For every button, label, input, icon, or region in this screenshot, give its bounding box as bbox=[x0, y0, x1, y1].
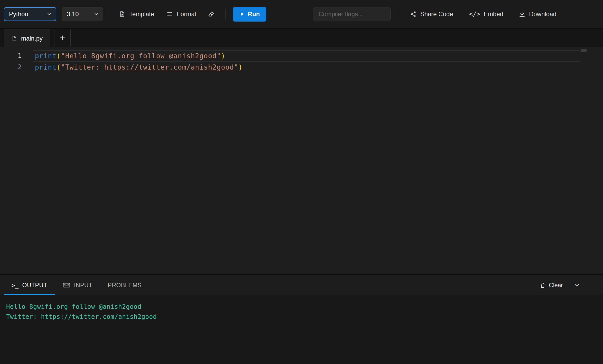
download-button[interactable]: Download bbox=[519, 11, 557, 18]
chevron-down-icon bbox=[46, 11, 52, 17]
tab-output[interactable]: >_ OUTPUT bbox=[4, 275, 55, 295]
code-line[interactable]: 2print("Twitter: https://twitter.com/ani… bbox=[0, 62, 603, 73]
code-lines: 1print("Hello 8gwifi.org follow @anish2g… bbox=[0, 50, 603, 73]
code-token: " bbox=[234, 63, 238, 71]
download-button-label: Download bbox=[529, 11, 557, 18]
download-icon bbox=[519, 11, 525, 17]
code-token: https://twitter.com/anish2good bbox=[104, 63, 234, 71]
plus-icon: + bbox=[60, 33, 65, 43]
new-tab-button[interactable]: + bbox=[54, 30, 71, 46]
code-token: ( bbox=[56, 63, 61, 71]
share-code-button[interactable]: Share Code bbox=[410, 11, 453, 18]
output-line: Twitter: https://twitter.com/anish2good bbox=[6, 312, 603, 322]
chevron-down-icon bbox=[93, 11, 99, 17]
play-icon bbox=[240, 12, 245, 17]
line-number: 2 bbox=[0, 62, 22, 73]
clear-output-label: Clear bbox=[549, 282, 563, 289]
code-token: "Twitter: bbox=[61, 63, 104, 71]
format-lines-icon bbox=[166, 11, 173, 17]
bottom-panel-header: >_ OUTPUT INPUT PROBLEMS Clear bbox=[0, 274, 603, 295]
code-token: print bbox=[35, 52, 56, 60]
output-lines: Hello 8gwifi.org follow @anish2goodTwitt… bbox=[6, 302, 603, 322]
code-line-text: print("Hello 8gwifi.org follow @anish2go… bbox=[33, 50, 580, 62]
line-number: 1 bbox=[0, 50, 22, 62]
collapse-panel-button[interactable] bbox=[573, 275, 580, 295]
run-button[interactable]: Run bbox=[233, 7, 266, 22]
tab-input-label: INPUT bbox=[74, 282, 92, 289]
editor-scrollbar-thumb[interactable] bbox=[581, 49, 587, 52]
eraser-icon bbox=[208, 11, 215, 18]
version-select[interactable]: 3.10 bbox=[62, 7, 103, 21]
language-select-value: Python bbox=[9, 11, 28, 18]
code-token: ( bbox=[56, 52, 61, 60]
template-button-label: Template bbox=[129, 11, 154, 18]
language-select[interactable]: Python bbox=[4, 7, 56, 21]
clear-output-button[interactable]: Clear bbox=[540, 275, 563, 295]
toolbar: Python 3.10 Template Format Run Share Co… bbox=[0, 0, 603, 29]
tab-problems[interactable]: PROBLEMS bbox=[100, 275, 149, 295]
template-file-icon bbox=[119, 11, 126, 17]
output-console: Hello 8gwifi.org follow @anish2goodTwitt… bbox=[0, 295, 603, 364]
code-token: ) bbox=[238, 63, 243, 71]
clear-editor-button[interactable] bbox=[208, 11, 215, 18]
tab-input[interactable]: INPUT bbox=[55, 275, 100, 295]
embed-button[interactable]: </> Embed bbox=[469, 11, 503, 18]
share-code-label: Share Code bbox=[420, 11, 453, 18]
code-line-text: print("Twitter: https://twitter.com/anis… bbox=[33, 62, 580, 73]
code-editor[interactable]: 1print("Hello 8gwifi.org follow @anish2g… bbox=[0, 47, 603, 274]
file-icon bbox=[11, 35, 17, 42]
compiler-flags-input[interactable] bbox=[313, 7, 391, 21]
code-brackets-icon: </> bbox=[469, 11, 480, 18]
tab-output-label: OUTPUT bbox=[22, 282, 48, 289]
editor-tabbar: main.py + bbox=[0, 29, 603, 47]
code-token: print bbox=[35, 63, 56, 71]
tab-main-py[interactable]: main.py bbox=[4, 30, 50, 47]
tab-label: main.py bbox=[21, 35, 43, 42]
embed-button-label: Embed bbox=[484, 11, 503, 18]
output-line: Hello 8gwifi.org follow @anish2good bbox=[6, 302, 603, 312]
version-select-value: 3.10 bbox=[67, 11, 79, 18]
share-icon bbox=[410, 11, 417, 17]
code-line[interactable]: 1print("Hello 8gwifi.org follow @anish2g… bbox=[0, 50, 603, 62]
toolbar-divider bbox=[400, 9, 400, 20]
template-button[interactable]: Template bbox=[119, 11, 154, 18]
code-token: ) bbox=[221, 52, 225, 60]
toolbar-divider bbox=[225, 9, 226, 20]
format-button-label: Format bbox=[177, 11, 196, 18]
chevron-down-icon bbox=[573, 282, 580, 289]
code-token: "Hello 8gwifi.org follow @anish2good" bbox=[61, 52, 221, 60]
format-button[interactable]: Format bbox=[166, 11, 196, 18]
tab-problems-label: PROBLEMS bbox=[108, 282, 142, 289]
keyboard-icon bbox=[63, 281, 70, 289]
terminal-icon: >_ bbox=[12, 282, 19, 289]
editor-scrollbar-track[interactable] bbox=[580, 47, 580, 274]
run-button-label: Run bbox=[248, 11, 260, 18]
trash-icon bbox=[540, 282, 546, 288]
